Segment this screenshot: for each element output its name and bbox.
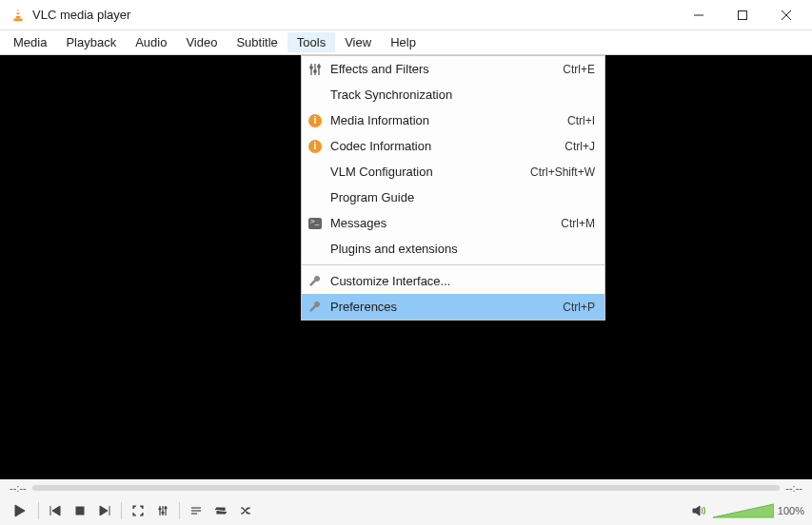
menu-item-label: Program Guide	[328, 190, 595, 204]
menu-item-customize-interface[interactable]: Customize Interface...	[302, 268, 604, 294]
seek-bar-row: --:-- --:--	[0, 479, 812, 496]
menu-item-shortcut: Ctrl+E	[563, 63, 595, 76]
svg-rect-2	[15, 14, 20, 16]
time-remaining: --:--	[785, 482, 802, 494]
menu-item-label: Track Synchronization	[328, 88, 595, 102]
menu-item-codec-information[interactable]: iCodec InformationCtrl+J	[302, 133, 604, 159]
window-title: VLC media player	[32, 8, 677, 22]
menu-item-track-synchronization[interactable]: Track Synchronization	[302, 82, 604, 107]
menu-view[interactable]: View	[335, 32, 381, 52]
menu-item-label: Codec Information	[328, 139, 564, 153]
svg-point-18	[162, 512, 164, 514]
menu-item-shortcut: Ctrl+Shift+W	[530, 165, 595, 179]
svg-rect-13	[76, 507, 84, 515]
menu-item-effects-and-filters[interactable]: Effects and FiltersCtrl+E	[302, 56, 604, 82]
separator	[179, 502, 180, 519]
mute-button[interactable]	[688, 500, 709, 521]
minimize-button[interactable]	[677, 0, 721, 30]
svg-point-12	[318, 65, 320, 67]
menubar: MediaPlaybackAudioVideoSubtitleToolsView…	[0, 30, 812, 55]
wrench-icon	[302, 301, 328, 314]
play-button[interactable]	[8, 498, 32, 523]
time-elapsed: --:--	[10, 482, 27, 494]
extended-settings-button[interactable]	[152, 500, 173, 521]
menu-item-plugins-and-extensions[interactable]: Plugins and extensions	[302, 236, 604, 262]
menu-item-vlm-configuration[interactable]: VLM ConfigurationCtrl+Shift+W	[302, 159, 604, 185]
separator	[121, 502, 122, 519]
volume-slider[interactable]	[713, 502, 774, 519]
maximize-button[interactable]	[721, 0, 764, 30]
menu-item-messages[interactable]: MessagesCtrl+M	[302, 210, 604, 236]
shuffle-button[interactable]	[235, 500, 256, 521]
playback-controls: 100%	[0, 496, 812, 525]
sliders-icon	[302, 63, 328, 76]
playlist-button[interactable]	[186, 500, 207, 521]
menu-separator	[302, 264, 604, 265]
svg-point-19	[165, 507, 167, 509]
close-button[interactable]	[764, 0, 808, 30]
wrench-icon	[302, 275, 328, 288]
menu-subtitle[interactable]: Subtitle	[227, 32, 287, 52]
info-icon: i	[302, 114, 328, 127]
menu-help[interactable]: Help	[381, 32, 426, 52]
volume-percent: 100%	[778, 505, 804, 516]
menu-item-label: Effects and Filters	[328, 62, 563, 76]
menu-item-label: Plugins and extensions	[328, 242, 595, 256]
svg-point-17	[159, 508, 161, 510]
info-icon: i	[302, 140, 328, 153]
titlebar: VLC media player	[0, 0, 812, 30]
menu-item-media-information[interactable]: iMedia InformationCtrl+I	[302, 107, 604, 133]
menu-item-label: Customize Interface...	[328, 274, 595, 288]
menu-video[interactable]: Video	[176, 32, 227, 52]
svg-point-10	[310, 66, 312, 68]
previous-button[interactable]	[45, 500, 66, 521]
fullscreen-button[interactable]	[128, 500, 149, 521]
tools-dropdown: Effects and FiltersCtrl+ETrack Synchroni…	[301, 55, 605, 321]
svg-point-11	[314, 69, 316, 71]
menu-item-shortcut: Ctrl+M	[561, 217, 595, 230]
vlc-logo-icon	[10, 7, 27, 24]
svg-rect-1	[16, 10, 21, 12]
menu-playback[interactable]: Playback	[56, 32, 126, 52]
terminal-icon	[302, 218, 328, 229]
menu-item-shortcut: Ctrl+J	[564, 140, 595, 153]
menu-item-shortcut: Ctrl+I	[567, 114, 595, 127]
menu-item-preferences[interactable]: PreferencesCtrl+P	[302, 294, 604, 320]
menu-audio[interactable]: Audio	[126, 32, 176, 52]
menu-item-label: Media Information	[328, 113, 567, 127]
svg-rect-4	[739, 10, 747, 19]
separator	[38, 502, 39, 519]
loop-button[interactable]	[210, 500, 231, 521]
svg-rect-0	[14, 18, 23, 21]
seek-bar[interactable]	[32, 485, 781, 491]
menu-item-label: Preferences	[328, 300, 563, 314]
menu-item-label: VLM Configuration	[328, 165, 530, 179]
menu-item-program-guide[interactable]: Program Guide	[302, 185, 604, 210]
menu-tools[interactable]: Tools	[287, 32, 335, 52]
stop-button[interactable]	[69, 500, 90, 521]
menu-media[interactable]: Media	[4, 32, 56, 52]
menu-item-shortcut: Ctrl+P	[563, 301, 595, 314]
next-button[interactable]	[94, 500, 115, 521]
menu-item-label: Messages	[328, 216, 561, 230]
